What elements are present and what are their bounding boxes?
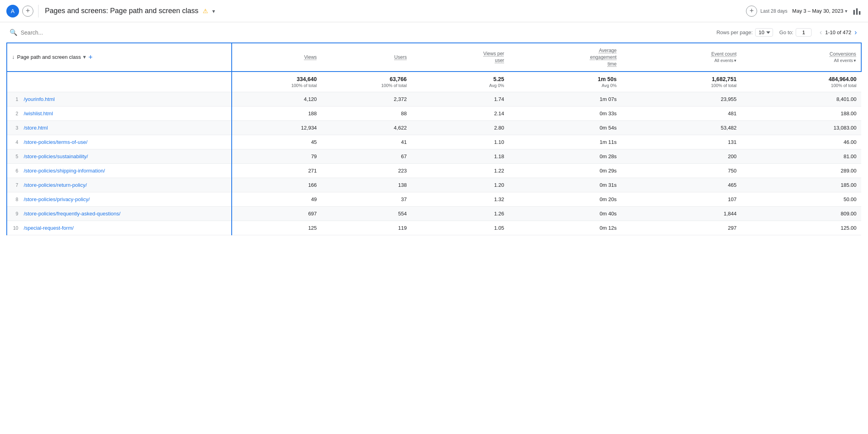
event-count-dropdown[interactable]: All events ▾ — [715, 58, 737, 64]
row-views-per-user: 1.10 — [411, 135, 509, 149]
summary-event-count: 1,682,751 100% of total — [621, 72, 741, 92]
conversions-col-header[interactable]: Conversions All events ▾ — [741, 43, 861, 72]
next-page-button[interactable]: › — [853, 27, 858, 37]
row-views: 4,120 — [232, 92, 322, 107]
row-path: /store.html — [24, 125, 48, 131]
row-event-count: 107 — [621, 192, 741, 207]
row-users: 41 — [322, 135, 411, 149]
rows-per-page-control: Rows per page: 10 25 50 — [717, 28, 773, 37]
row-users: 223 — [322, 164, 411, 178]
pagination: ‹ 1-10 of 472 › — [818, 27, 858, 37]
row-path-cell[interactable]: 7 /store-policies/return-policy/ — [7, 178, 232, 192]
rows-per-page-select[interactable]: 10 25 50 — [755, 28, 773, 37]
row-path-cell[interactable]: 5 /store-policies/sustainability/ — [7, 149, 232, 164]
avg-engagement-col-header[interactable]: Average engagement time — [509, 43, 622, 72]
row-views: 49 — [232, 192, 322, 207]
views-per-user-col-label2: user — [495, 57, 504, 64]
row-path: /store-policies/privacy-policy/ — [24, 196, 90, 202]
row-path-cell[interactable]: 2 /wishlist.html — [7, 107, 232, 121]
row-conversions: 8,401.00 — [741, 92, 861, 107]
add-tab-button[interactable]: + — [22, 6, 33, 17]
table-row: 5 /store-policies/sustainability/ 79 67 … — [7, 149, 861, 164]
summary-views-per-user: 5.25 Avg 0% — [411, 72, 509, 92]
row-avg-engagement: 0m 54s — [509, 121, 622, 135]
row-path: /yourinfo.html — [24, 96, 55, 102]
chart-icon[interactable] — [852, 6, 862, 16]
row-path-cell[interactable]: 6 /store-policies/shipping-information/ — [7, 164, 232, 178]
users-col-header[interactable]: Users — [322, 43, 411, 72]
row-path-cell[interactable]: 8 /store-policies/privacy-policy/ — [7, 192, 232, 207]
row-path-cell[interactable]: 9 /store-policies/frequently-asked-quest… — [7, 207, 232, 221]
date-range[interactable]: May 3 – May 30, 2023 ▾ — [792, 8, 847, 14]
search-icon: 🔍 — [10, 29, 17, 36]
search-input[interactable] — [21, 29, 100, 36]
row-conversions: 13,083.00 — [741, 121, 861, 135]
title-dropdown-arrow[interactable]: ▾ — [212, 8, 215, 14]
row-event-count: 465 — [621, 178, 741, 192]
row-number: 8 — [12, 197, 18, 202]
row-path-cell[interactable]: 1 /yourinfo.html — [7, 92, 232, 107]
summary-views: 334,640 100% of total — [232, 72, 322, 92]
add-dimension-button[interactable]: + — [88, 52, 93, 62]
dim-col-title: Page path and screen class — [17, 54, 81, 61]
row-number: 9 — [12, 211, 18, 217]
row-views: 697 — [232, 207, 322, 221]
views-col-header[interactable]: Views — [232, 43, 322, 72]
views-per-user-col-label: Views per — [483, 50, 504, 57]
avg-engagement-col-label2: engagement — [590, 54, 617, 61]
views-per-user-col-header[interactable]: Views per user — [411, 43, 509, 72]
row-avg-engagement: 0m 31s — [509, 178, 622, 192]
prev-page-button[interactable]: ‹ — [818, 27, 823, 37]
row-event-count: 200 — [621, 149, 741, 164]
row-conversions: 125.00 — [741, 221, 861, 235]
event-count-col-label: Event count — [711, 51, 736, 58]
avatar[interactable]: A — [6, 5, 19, 17]
table-row: 6 /store-policies/shipping-information/ … — [7, 164, 861, 178]
search-box: 🔍 — [10, 26, 710, 39]
row-number: 2 — [12, 111, 18, 116]
row-users: 4,622 — [322, 121, 411, 135]
row-event-count: 23,955 — [621, 92, 741, 107]
svg-rect-0 — [853, 10, 855, 15]
table-header-row: ↓ Page path and screen class ▾ + Views U… — [7, 43, 861, 72]
add-report-button[interactable]: + — [746, 6, 757, 17]
row-path-cell[interactable]: 3 /store.html — [7, 121, 232, 135]
conversions-col-label: Conversions — [829, 51, 856, 58]
row-conversions: 188.00 — [741, 107, 861, 121]
sort-icon: ↓ — [12, 53, 15, 61]
header-right: Last 28 days May 3 – May 30, 2023 ▾ — [760, 6, 862, 16]
pagination-text: 1-10 of 472 — [825, 29, 851, 35]
dim-col-dropdown[interactable]: ▾ — [83, 53, 86, 61]
row-conversions: 185.00 — [741, 178, 861, 192]
row-views-per-user: 2.80 — [411, 121, 509, 135]
row-event-count: 297 — [621, 221, 741, 235]
conversions-dropdown[interactable]: All events ▾ — [834, 58, 856, 64]
avg-engagement-col-label3: time — [608, 61, 617, 68]
row-avg-engagement: 0m 28s — [509, 149, 622, 164]
row-views-per-user: 1.18 — [411, 149, 509, 164]
avg-engagement-col-label: Average — [599, 47, 616, 54]
row-event-count: 481 — [621, 107, 741, 121]
row-conversions: 81.00 — [741, 149, 861, 164]
table-row: 4 /store-policies/terms-of-use/ 45 41 1.… — [7, 135, 861, 149]
summary-row: 334,640 100% of total 63,766 100% of tot… — [7, 72, 861, 92]
event-count-dropdown-arrow: ▾ — [734, 58, 736, 64]
row-path: /store-policies/return-policy/ — [24, 182, 87, 188]
data-table: ↓ Page path and screen class ▾ + Views U… — [6, 43, 862, 235]
row-avg-engagement: 0m 20s — [509, 192, 622, 207]
row-users: 2,372 — [322, 92, 411, 107]
svg-rect-2 — [859, 11, 860, 15]
event-count-col-header[interactable]: Event count All events ▾ — [621, 43, 741, 72]
row-path: /wishlist.html — [24, 110, 53, 116]
rows-per-page-label: Rows per page: — [717, 29, 753, 35]
row-path: /store-policies/terms-of-use/ — [24, 139, 87, 145]
row-number: 6 — [12, 168, 18, 174]
row-path: /store-policies/frequently-asked-questio… — [24, 211, 121, 217]
row-views-per-user: 1.26 — [411, 207, 509, 221]
row-conversions: 809.00 — [741, 207, 861, 221]
goto-input[interactable] — [796, 28, 812, 37]
row-path-cell[interactable]: 10 /special-request-form/ — [7, 221, 232, 235]
row-path-cell[interactable]: 4 /store-policies/terms-of-use/ — [7, 135, 232, 149]
data-table-container: ↓ Page path and screen class ▾ + Views U… — [0, 43, 868, 235]
row-views-per-user: 1.20 — [411, 178, 509, 192]
